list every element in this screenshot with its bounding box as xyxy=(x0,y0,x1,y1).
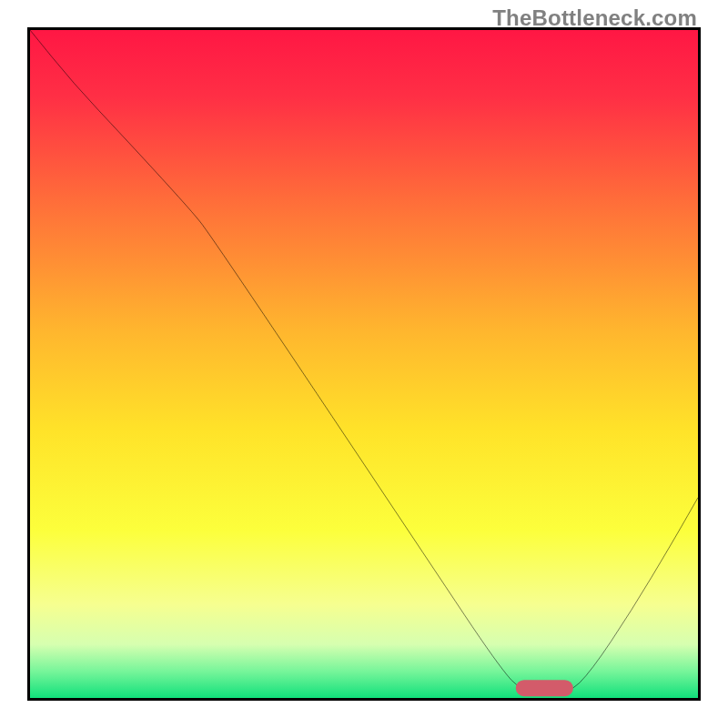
bottleneck-curve xyxy=(30,30,698,694)
optimal-range-marker xyxy=(516,680,572,696)
chart-plot-area xyxy=(27,27,701,701)
chart-curve-layer xyxy=(30,30,698,698)
